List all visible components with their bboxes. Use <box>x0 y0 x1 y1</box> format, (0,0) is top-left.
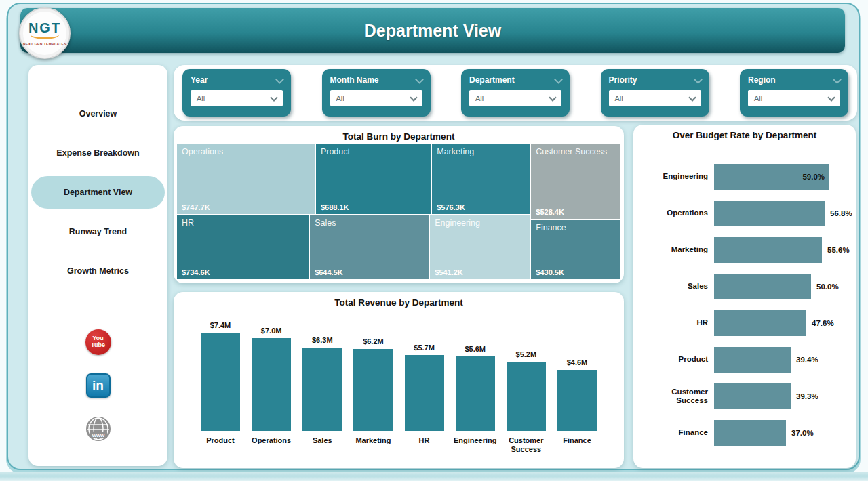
filter-department: DepartmentAll <box>461 69 570 117</box>
hbar-value-label: 37.0% <box>791 429 814 437</box>
filter-year: YearAll <box>182 69 291 117</box>
filter-value-priority: All <box>615 94 623 102</box>
bar-marketing[interactable] <box>353 349 393 431</box>
budget-row-sales: Sales50.0% <box>639 268 850 305</box>
chevron-down-icon <box>549 93 556 101</box>
budget-row-engineering: Engineering59.0% <box>639 159 850 195</box>
chevron-down-icon[interactable] <box>694 75 703 84</box>
chevron-down-icon <box>827 93 835 101</box>
treemap-cell-finance[interactable]: Finance$430.5K <box>531 220 620 279</box>
treemap-cell-marketing[interactable]: Marketing$576.3K <box>432 144 530 214</box>
treemap-cell-operations[interactable]: Operations$747.7K <box>177 144 315 214</box>
hbar-sales[interactable] <box>714 274 811 299</box>
chevron-down-icon <box>410 93 417 101</box>
treemap-cell-value: $528.4K <box>536 208 564 216</box>
sidebar-item-runway-trend[interactable]: Runway Trend <box>31 215 165 248</box>
bar-hr[interactable] <box>405 355 444 431</box>
budget-row-hr: HR47.6% <box>639 305 850 341</box>
budget-chart-title: Over Budget Rate by Department <box>633 125 856 140</box>
budget-row-marketing: Marketing55.6% <box>639 232 850 268</box>
hbar-track: 39.3% <box>714 383 850 409</box>
sidebar: OverviewExpense BreakdownDepartment View… <box>28 65 167 466</box>
filter-label-department: Department <box>469 75 515 85</box>
treemap-cell-name: Product <box>321 147 350 156</box>
revenue-bar-group-product: $7.4MProduct <box>201 319 240 431</box>
bar-product[interactable] <box>201 333 240 431</box>
bar-customer-success[interactable] <box>507 362 546 431</box>
filter-priority-dropdown[interactable]: All <box>609 90 701 106</box>
treemap-cell-sales[interactable]: Sales$644.5K <box>310 215 429 279</box>
sidebar-item-department-view[interactable]: Department View <box>31 176 165 209</box>
bar-finance[interactable] <box>557 370 597 431</box>
chevron-down-icon[interactable] <box>415 75 424 84</box>
bar-value-label: $5.7M <box>397 343 452 352</box>
hbar-value-label: 39.4% <box>796 356 818 364</box>
sidebar-item-expense-breakdown[interactable]: Expense Breakdown <box>31 137 165 169</box>
filter-label-year: Year <box>191 75 208 85</box>
hbar-track: 56.8% <box>714 201 850 226</box>
treemap-row-top: Operations$747.7KProduct$688.1KMarketing… <box>177 144 530 214</box>
hbar-label: Customer Success <box>639 388 714 405</box>
logo-swoosh <box>31 30 59 39</box>
page-bottom-band <box>0 472 868 481</box>
hbar-hr[interactable] <box>714 310 806 336</box>
treemap-cell-engineering[interactable]: Engineering$541.2K <box>430 215 530 279</box>
filter-month-name: Month NameAll <box>322 69 431 117</box>
filter-region-dropdown[interactable]: All <box>748 90 840 106</box>
treemap-left-block: Operations$747.7KProduct$688.1KMarketing… <box>177 144 530 279</box>
website-globe-icon[interactable]: www <box>85 416 111 444</box>
chevron-down-icon[interactable] <box>554 75 563 84</box>
filter-value-year: All <box>197 94 205 102</box>
hbar-label: Product <box>639 355 714 364</box>
revenue-bar-group-hr: $5.7MHR <box>405 319 444 431</box>
bar-value-label: $4.6M <box>549 358 605 367</box>
sidebar-item-overview[interactable]: Overview <box>31 98 165 130</box>
filter-head-month-name: Month Name <box>330 75 422 85</box>
hbar-label: Operations <box>639 209 714 217</box>
ngt-logo: NGT NEXT GEN TEMPLATES <box>19 7 71 59</box>
sidebar-item-growth-metrics[interactable]: Growth Metrics <box>31 255 165 287</box>
revenue-bar-group-finance: $4.6MFinance <box>557 319 597 431</box>
hbar-label: Sales <box>639 282 714 291</box>
treemap-cell-customer-success[interactable]: Customer Success$528.4K <box>531 144 620 219</box>
chevron-down-icon[interactable] <box>275 75 284 84</box>
hbar-marketing[interactable] <box>714 237 822 263</box>
filter-head-region: Region <box>748 75 840 85</box>
sidebar-nav: OverviewExpense BreakdownDepartment View… <box>28 65 167 287</box>
treemap-cell-product[interactable]: Product$688.1K <box>316 144 431 214</box>
budget-row-operations: Operations56.8% <box>639 195 850 232</box>
youtube-text-bottom: Tube <box>91 342 105 349</box>
treemap-cell-value: $576.3K <box>437 203 465 211</box>
bar-value-label: $7.4M <box>193 321 248 329</box>
hbar-product[interactable] <box>714 347 791 373</box>
bar-category-label: Engineering <box>449 436 502 445</box>
hbar-customer-success[interactable] <box>714 383 791 409</box>
hbar-finance[interactable] <box>714 420 786 446</box>
filter-department-dropdown[interactable]: All <box>469 90 561 106</box>
filter-label-month-name: Month Name <box>330 75 379 85</box>
hbar-operations[interactable] <box>714 201 825 226</box>
bar-sales[interactable] <box>302 348 342 431</box>
treemap-cell-hr[interactable]: HR$734.6K <box>177 215 309 279</box>
hbar-label: Engineering <box>639 172 714 181</box>
linkedin-icon[interactable]: in <box>86 373 111 398</box>
chevron-down-icon[interactable] <box>833 75 842 84</box>
hbar-value-label: 56.8% <box>830 209 852 217</box>
bar-category-label: Finance <box>551 436 604 445</box>
revenue-bars: $7.4MProduct$7.0MOperations$6.3MSales$6.… <box>201 319 597 431</box>
bar-category-label: Marketing <box>347 436 399 445</box>
hbar-label: HR <box>639 318 714 327</box>
hbar-track: 50.0% <box>714 274 850 299</box>
revenue-chart-title: Total Revenue by Department <box>174 292 624 308</box>
youtube-icon[interactable]: You Tube <box>85 329 111 355</box>
hbar-track: 39.4% <box>714 347 850 373</box>
bar-category-label: Sales <box>296 436 349 445</box>
bar-category-label: HR <box>398 436 451 445</box>
filter-year-dropdown[interactable]: All <box>191 90 283 106</box>
hbar-track: 37.0% <box>714 420 850 446</box>
filter-month-name-dropdown[interactable]: All <box>330 90 422 106</box>
revenue-bar-group-customer-success: $5.2MCustomer Success <box>507 319 546 431</box>
treemap-cell-value: $688.1K <box>321 203 349 211</box>
bar-operations[interactable] <box>252 338 291 431</box>
bar-engineering[interactable] <box>456 356 495 431</box>
